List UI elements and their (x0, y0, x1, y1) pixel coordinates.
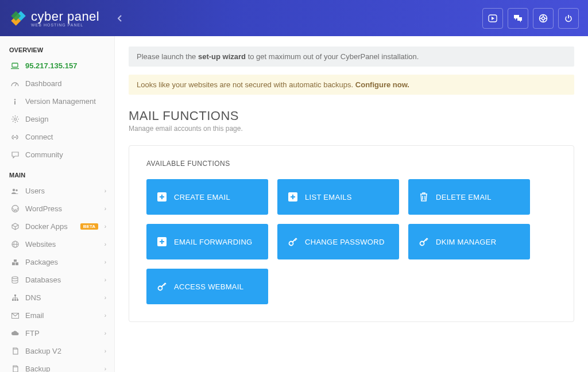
svg-rect-33 (13, 349, 18, 354)
key-icon (288, 237, 298, 247)
brand-name: cyber panel (31, 9, 99, 24)
svg-rect-26 (16, 262, 18, 265)
sidebar-item-dashboard[interactable]: Dashboard (0, 75, 114, 92)
nav-label: Backup (25, 365, 50, 372)
sidebar-item-ftp[interactable]: FTP› (0, 324, 114, 342)
tile-label: CREATE EMAIL (174, 193, 230, 202)
nav-label: Backup V2 (25, 347, 61, 355)
logo-icon (10, 10, 26, 26)
sidebar-item-docker[interactable]: Docker AppsBETA› (0, 218, 114, 235)
nav-label: FTP (25, 329, 40, 338)
sidebar-item-design[interactable]: Design (0, 110, 114, 128)
laptop-icon (9, 63, 21, 69)
sidebar-item-wordpress[interactable]: WordPress› (0, 200, 114, 218)
nav-label: 95.217.135.157 (25, 61, 77, 70)
chevron-right-icon: › (105, 366, 106, 372)
sidebar-item-backupv2[interactable]: Backup V2› (0, 342, 114, 360)
header-actions (482, 8, 579, 29)
nav-label: Design (25, 115, 48, 123)
configure-now-link[interactable]: Configure now. (355, 80, 409, 89)
svg-point-15 (14, 99, 16, 100)
sidebar-item-email[interactable]: Email› (0, 307, 114, 324)
svg-rect-31 (17, 299, 18, 301)
section-overview: OVERVIEW (0, 44, 114, 57)
info-icon (9, 98, 21, 105)
sidebar-item-dns[interactable]: DNS› (0, 289, 114, 307)
svg-rect-29 (12, 299, 14, 301)
chevron-right-icon: › (105, 348, 106, 354)
svg-point-17 (14, 118, 16, 121)
sidebar-item-websites[interactable]: Websites› (0, 235, 114, 253)
chevron-right-icon: › (105, 277, 106, 283)
tile-access-webmail[interactable]: ACCESS WEBMAIL (146, 269, 268, 304)
chevron-right-icon: › (105, 259, 106, 265)
sidebar-item-ip[interactable]: 95.217.135.157 (0, 57, 114, 75)
users-icon (9, 188, 21, 195)
chat-button[interactable] (508, 8, 528, 29)
plus-square-icon (157, 237, 167, 247)
svg-point-38 (289, 242, 293, 246)
sidebar: OVERVIEW 95.217.135.157 Dashboard Versio… (0, 36, 115, 372)
page-title: MAIL FUNCTIONS (129, 108, 574, 123)
chevron-right-icon: › (105, 312, 106, 319)
sidebar-item-version[interactable]: Version Management (0, 92, 114, 110)
svg-rect-34 (13, 367, 18, 372)
tile-email-forwarding[interactable]: EMAIL FORWARDING (146, 224, 268, 259)
svg-point-19 (16, 189, 18, 191)
trash-icon (419, 192, 429, 202)
functions-card: AVAILABLE FUNCTIONS CREATE EMAIL LIST EM… (129, 145, 574, 322)
copy-icon (9, 365, 21, 372)
tile-create-email[interactable]: CREATE EMAIL (146, 179, 268, 215)
sidebar-item-community[interactable]: Community (0, 146, 114, 164)
chevron-right-icon: › (105, 330, 106, 336)
youtube-button[interactable] (482, 8, 503, 29)
wordpress-icon (9, 205, 21, 212)
section-main: MAIN (0, 169, 114, 182)
chevron-right-icon: › (105, 206, 106, 212)
sidebar-item-connect[interactable]: Connect (0, 128, 114, 146)
sidebar-item-databases[interactable]: Databases› (0, 271, 114, 289)
brand-tagline: WEB HOSTING PANEL (31, 23, 99, 27)
setup-wizard-link[interactable]: set-up wizard (198, 52, 246, 61)
support-button[interactable] (533, 8, 554, 29)
svg-rect-25 (12, 262, 15, 265)
nav-label: Packages (25, 258, 58, 266)
cube-icon (9, 223, 21, 230)
tile-list-emails[interactable]: LIST EMAILS (277, 179, 399, 215)
logo[interactable]: cyber panel WEB HOSTING PANEL (10, 9, 127, 27)
power-button[interactable] (558, 8, 579, 29)
nav-label: Dashboard (25, 79, 62, 88)
sidebar-item-packages[interactable]: Packages› (0, 253, 114, 271)
card-title: AVAILABLE FUNCTIONS (146, 160, 556, 168)
nav-label: Docker Apps (25, 222, 68, 231)
svg-rect-30 (14, 299, 16, 301)
key-icon (157, 281, 167, 292)
svg-point-40 (158, 286, 163, 290)
boxes-icon (9, 259, 21, 266)
tile-change-password[interactable]: CHANGE PASSWORD (277, 224, 399, 259)
chevron-right-icon: › (105, 223, 106, 230)
tile-label: DELETE EMAIL (436, 193, 492, 202)
sidebar-collapse-button[interactable] (113, 11, 127, 25)
plus-square-icon (288, 192, 298, 202)
sidebar-item-backup[interactable]: Backup› (0, 360, 114, 372)
nav-label: Community (25, 150, 63, 159)
svg-point-27 (12, 277, 18, 279)
page-subtitle: Manage email accounts on this page. (129, 125, 574, 133)
comment-icon (9, 152, 21, 158)
copy-icon (9, 347, 21, 355)
globe-icon (9, 241, 21, 248)
tile-label: LIST EMAILS (305, 193, 352, 202)
nav-label: Users (25, 187, 45, 195)
svg-point-18 (13, 188, 15, 191)
tile-dkim-manager[interactable]: DKIM MANAGER (408, 224, 530, 259)
tile-delete-email[interactable]: DELETE EMAIL (408, 179, 530, 215)
top-header: cyber panel WEB HOSTING PANEL (0, 0, 588, 36)
envelope-icon (9, 313, 21, 319)
gauge-icon (9, 80, 21, 87)
sidebar-item-users[interactable]: Users› (0, 182, 114, 200)
tile-label: CHANGE PASSWORD (305, 238, 385, 246)
gear-icon (9, 115, 21, 123)
plus-square-icon (157, 192, 167, 202)
cloud-icon (9, 330, 21, 336)
